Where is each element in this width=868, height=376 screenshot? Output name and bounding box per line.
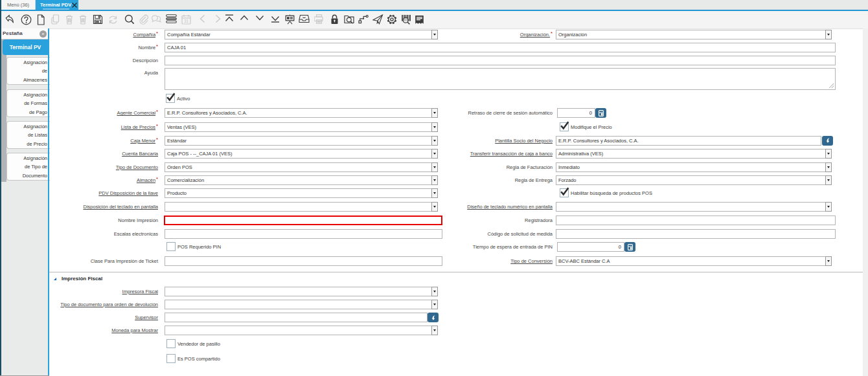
svg-text:31: 31 [183,19,188,23]
